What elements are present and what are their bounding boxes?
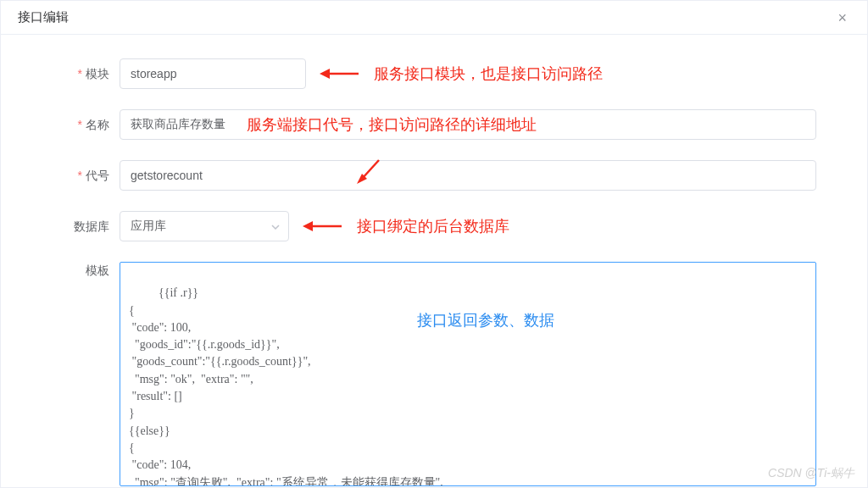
arrow-icon <box>303 219 343 234</box>
svg-marker-5 <box>303 221 313 231</box>
dialog-body: 模块 服务接口模块，也是接口访问路径 名称 服务端接口代号，接口访问路径的详细地… <box>1 35 867 487</box>
select-database-value: 应用库 <box>131 219 166 234</box>
label-database: 数据库 <box>52 211 120 241</box>
label-module: 模块 <box>52 58 120 89</box>
close-icon[interactable]: × <box>834 10 850 25</box>
dialog-header: 接口编辑 × <box>1 1 867 35</box>
arrow-icon <box>320 66 360 81</box>
row-database: 数据库 应用库 接口绑定的后台数据库 <box>52 211 816 241</box>
control-template: {{if .r}} { "code": 100, "goods_id":"{{.… <box>120 262 816 486</box>
annotation-module: 服务接口模块，也是接口访问路径 <box>374 64 603 84</box>
annotation-name: 服务端接口代号，接口访问路径的详细地址 <box>247 114 537 135</box>
dialog-container: 接口编辑 × 模块 服务接口模块，也是接口访问路径 名称 服务端接口代号，接口访… <box>0 0 868 488</box>
template-content: {{if .r}} { "code": 100, "goods_id":"{{.… <box>129 286 443 486</box>
svg-marker-1 <box>320 69 330 79</box>
textarea-template[interactable]: {{if .r}} { "code": 100, "goods_id":"{{.… <box>120 262 816 486</box>
control-name: 服务端接口代号，接口访问路径的详细地址 <box>120 109 816 140</box>
input-module[interactable] <box>120 58 306 89</box>
chevron-down-icon <box>271 220 280 232</box>
label-template: 模板 <box>52 262 120 279</box>
row-code: 代号 <box>52 160 816 191</box>
dialog-title: 接口编辑 <box>18 9 69 25</box>
input-code[interactable] <box>120 160 816 191</box>
control-module: 服务接口模块，也是接口访问路径 <box>120 58 816 89</box>
label-name: 名称 <box>52 109 120 140</box>
select-database[interactable]: 应用库 <box>120 211 289 241</box>
annotation-template: 接口返回参数、数据 <box>417 309 554 331</box>
annotation-database: 接口绑定的后台数据库 <box>357 216 509 236</box>
row-module: 模块 服务接口模块，也是接口访问路径 <box>52 58 816 89</box>
label-code: 代号 <box>52 160 120 191</box>
row-template: 模板 {{if .r}} { "code": 100, "goods_id":"… <box>52 262 816 486</box>
control-code <box>120 160 816 191</box>
row-name: 名称 服务端接口代号，接口访问路径的详细地址 <box>52 109 816 140</box>
control-database: 应用库 接口绑定的后台数据库 <box>120 211 816 241</box>
